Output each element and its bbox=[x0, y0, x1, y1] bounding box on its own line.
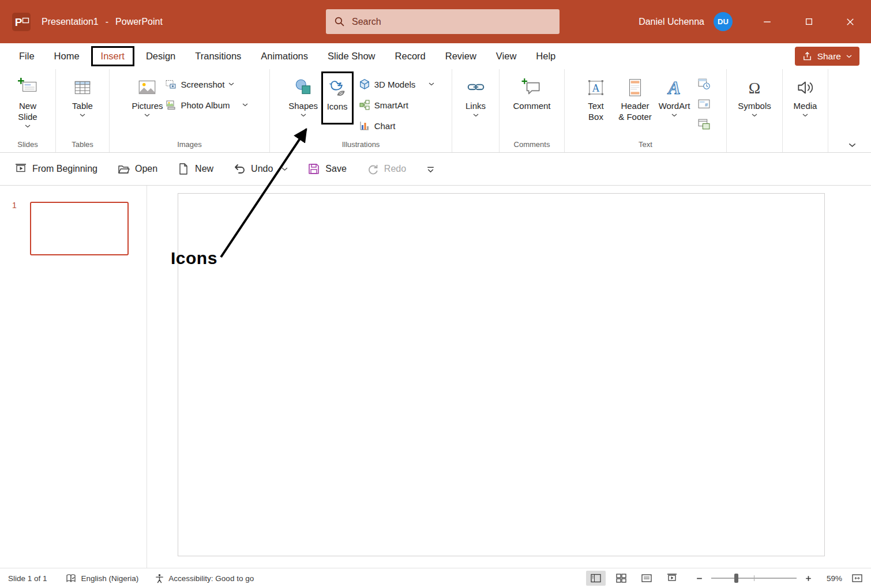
language-indicator[interactable]: English (Nigeria) bbox=[81, 574, 139, 583]
zoom-out-button[interactable] bbox=[696, 575, 703, 582]
table-button[interactable]: Table bbox=[66, 71, 99, 117]
annotation-icons-label: Icons bbox=[171, 248, 217, 268]
slide-number-button[interactable]: # bbox=[696, 96, 711, 111]
tab-design[interactable]: Design bbox=[136, 46, 185, 66]
text-box-button[interactable]: A Text Box bbox=[580, 71, 612, 123]
slide-sorter-view-button[interactable] bbox=[611, 571, 631, 586]
open-button[interactable]: Open bbox=[117, 163, 157, 175]
undo-button[interactable]: Undo bbox=[233, 163, 288, 175]
chevron-down-icon bbox=[671, 114, 677, 117]
ribbon-group-slides: New Slide Slides bbox=[0, 69, 56, 152]
new-button[interactable]: New bbox=[177, 163, 213, 175]
ribbon-filler bbox=[828, 69, 871, 152]
reading-view-icon bbox=[641, 572, 652, 584]
slide-show-button[interactable] bbox=[662, 571, 682, 586]
from-beginning-icon bbox=[14, 163, 27, 175]
3d-models-button[interactable]: 3D Models bbox=[359, 77, 435, 91]
smartart-label: SmartArt bbox=[374, 100, 408, 110]
status-bar-right: 59% bbox=[586, 571, 871, 586]
accessibility-icon bbox=[155, 574, 164, 583]
tab-record[interactable]: Record bbox=[385, 46, 436, 66]
tab-slide-show[interactable]: Slide Show bbox=[318, 46, 385, 66]
slide-number-icon: # bbox=[697, 97, 711, 111]
header-footer-icon bbox=[625, 76, 645, 99]
proofing-icon[interactable] bbox=[66, 573, 76, 583]
comment-icon bbox=[521, 76, 542, 99]
date-time-button[interactable] bbox=[696, 76, 711, 91]
smartart-button[interactable]: SmartArt bbox=[359, 98, 408, 112]
zoom-in-button[interactable] bbox=[805, 575, 812, 582]
chevron-down-icon[interactable] bbox=[281, 167, 288, 171]
date-time-icon bbox=[697, 77, 711, 91]
tab-home[interactable]: Home bbox=[44, 46, 89, 66]
text-box-icon: A bbox=[585, 76, 606, 99]
tab-file[interactable]: File bbox=[9, 46, 44, 66]
slide-sorter-icon bbox=[615, 572, 627, 584]
from-beginning-button[interactable]: From Beginning bbox=[14, 163, 97, 175]
new-slide-button[interactable]: New Slide bbox=[12, 71, 44, 128]
qat-customize-icon bbox=[426, 164, 436, 174]
undo-label: Undo bbox=[251, 164, 273, 174]
pictures-button[interactable]: Pictures bbox=[131, 71, 163, 117]
minimize-icon bbox=[763, 18, 771, 26]
header-footer-button[interactable]: Header & Footer bbox=[618, 71, 652, 123]
tab-transitions[interactable]: Transitions bbox=[185, 46, 251, 66]
save-button[interactable]: Save bbox=[307, 163, 346, 175]
screenshot-icon bbox=[165, 78, 177, 90]
comment-button[interactable]: Comment bbox=[513, 71, 550, 112]
qat-customize-button[interactable] bbox=[426, 164, 436, 174]
search-box[interactable] bbox=[326, 9, 560, 34]
media-button[interactable]: Media bbox=[789, 71, 821, 117]
collapse-ribbon-icon[interactable] bbox=[849, 143, 856, 148]
open-icon bbox=[117, 163, 130, 175]
chart-label: Chart bbox=[374, 121, 396, 131]
document-title: Presentation1 bbox=[42, 17, 99, 27]
pictures-icon bbox=[137, 76, 157, 99]
ribbon-group-images: Pictures Screenshot bbox=[110, 69, 270, 152]
photo-album-button[interactable]: Photo Album bbox=[165, 98, 247, 112]
avatar[interactable]: DU bbox=[714, 12, 733, 31]
user-name: Daniel Uchenna bbox=[639, 17, 704, 27]
wordart-icon: A bbox=[664, 76, 685, 99]
wordart-button[interactable]: A WordArt bbox=[658, 71, 690, 117]
wordart-label: WordArt bbox=[659, 101, 690, 112]
chart-button[interactable]: Chart bbox=[359, 119, 396, 133]
icons-icon bbox=[327, 77, 348, 100]
zoom-slider[interactable] bbox=[711, 578, 797, 579]
icons-button[interactable]: Icons bbox=[321, 71, 354, 125]
maximize-button[interactable] bbox=[788, 0, 829, 43]
tab-animations[interactable]: Animations bbox=[251, 46, 318, 66]
fit-slide-button[interactable] bbox=[851, 572, 863, 584]
chevron-down-icon bbox=[429, 82, 434, 86]
normal-view-button[interactable] bbox=[586, 571, 606, 586]
tab-view[interactable]: View bbox=[486, 46, 526, 66]
open-label: Open bbox=[135, 164, 157, 174]
share-button[interactable]: Share bbox=[795, 47, 859, 66]
chevron-down-icon bbox=[473, 114, 479, 117]
minimize-button[interactable] bbox=[746, 0, 788, 43]
links-button[interactable]: Links bbox=[460, 71, 492, 117]
zoom-slider-thumb[interactable] bbox=[734, 574, 738, 583]
zoom-level[interactable]: 59% bbox=[818, 574, 842, 583]
search-input[interactable] bbox=[352, 17, 551, 27]
shapes-button[interactable]: Shapes bbox=[287, 71, 320, 117]
accessibility-status[interactable]: Accessibility: Good to go bbox=[168, 574, 254, 583]
group-label-images: Images bbox=[112, 138, 266, 152]
redo-button[interactable]: Redo bbox=[366, 163, 406, 175]
chevron-down-icon bbox=[144, 114, 150, 117]
redo-icon bbox=[366, 163, 379, 175]
tab-review[interactable]: Review bbox=[436, 46, 486, 66]
ribbon-group-comments: Comment Comments bbox=[500, 69, 565, 152]
reading-view-button[interactable] bbox=[637, 571, 656, 586]
close-button[interactable] bbox=[829, 0, 871, 43]
tab-insert[interactable]: Insert bbox=[91, 46, 134, 66]
symbols-button[interactable]: Ω Symbols bbox=[738, 71, 771, 117]
slide-canvas[interactable] bbox=[178, 193, 825, 556]
screenshot-button[interactable]: Screenshot bbox=[165, 77, 234, 91]
slide-indicator[interactable]: Slide 1 of 1 bbox=[8, 574, 47, 583]
quick-access-toolbar: From Beginning Open New Undo Save bbox=[0, 153, 871, 186]
tab-help[interactable]: Help bbox=[526, 46, 565, 66]
media-label: Media bbox=[794, 101, 817, 112]
slide-thumbnail[interactable] bbox=[30, 202, 129, 255]
object-button[interactable] bbox=[696, 116, 711, 131]
